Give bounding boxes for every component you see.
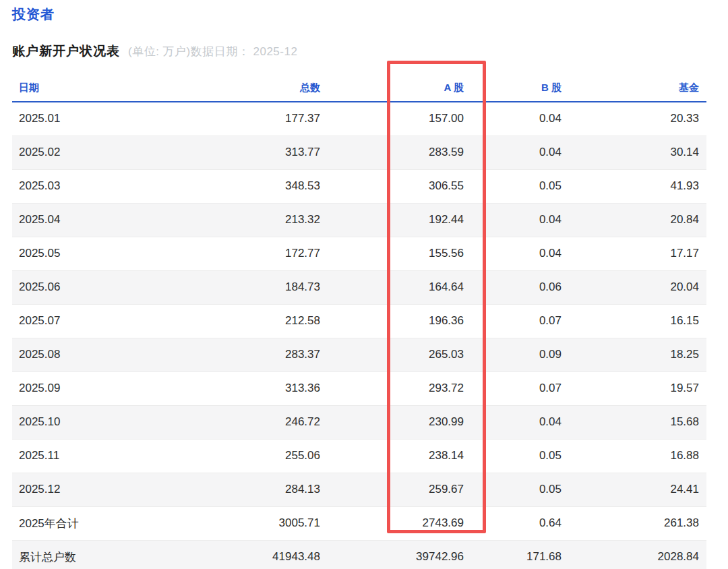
value-cell: 18.25 — [569, 338, 706, 371]
table-subtitle: (单位: 万户)数据日期： 2025-12 — [128, 44, 297, 59]
value-cell: 0.04 — [471, 102, 569, 136]
value-cell: 283.37 — [193, 338, 328, 371]
date-cell: 累计总户数 — [12, 540, 193, 569]
value-cell: 19.57 — [569, 371, 706, 405]
value-cell: 283.59 — [328, 136, 471, 169]
value-cell: 212.58 — [193, 304, 328, 338]
value-cell: 284.13 — [193, 473, 328, 506]
date-cell: 2025.05 — [12, 237, 193, 270]
table-title: 账户新开户状况表 — [12, 42, 120, 60]
value-cell: 246.72 — [193, 405, 328, 439]
value-cell: 313.77 — [193, 136, 328, 169]
date-cell: 2025.09 — [12, 371, 193, 405]
value-cell: 259.67 — [328, 473, 471, 506]
value-cell: 255.06 — [193, 439, 328, 473]
value-cell: 0.04 — [471, 203, 569, 237]
value-cell: 0.04 — [471, 136, 569, 169]
value-cell: 39742.96 — [328, 540, 471, 569]
value-cell: 213.32 — [193, 203, 328, 237]
table-row: 2025.05172.77155.560.0417.17 — [12, 237, 706, 270]
value-cell: 41.93 — [569, 169, 706, 203]
investor-page: 投资者 账户新开户状况表 (单位: 万户)数据日期： 2025-12 日期总数A… — [0, 5, 728, 569]
value-cell: 230.99 — [328, 405, 471, 439]
value-cell: 184.73 — [193, 270, 328, 304]
column-header: 日期 — [12, 75, 193, 102]
value-cell: 157.00 — [328, 102, 471, 136]
date-cell: 2025.04 — [12, 203, 193, 237]
value-cell: 238.14 — [328, 439, 471, 473]
table-body: 2025.01177.37157.000.0420.332025.02313.7… — [12, 102, 706, 569]
value-cell: 348.53 — [193, 169, 328, 203]
value-cell: 2028.84 — [569, 540, 706, 569]
table-row: 累计总户数41943.4839742.96171.682028.84 — [12, 540, 706, 569]
value-cell: 17.17 — [569, 237, 706, 270]
value-cell: 293.72 — [328, 371, 471, 405]
table-header: 日期总数A 股B 股基金 — [12, 75, 706, 102]
value-cell: 15.68 — [569, 405, 706, 439]
account-openings-table: 日期总数A 股B 股基金 2025.01177.37157.000.0420.3… — [12, 75, 706, 569]
value-cell: 0.64 — [471, 506, 569, 540]
value-cell: 3005.71 — [193, 506, 328, 540]
date-cell: 2025.10 — [12, 405, 193, 439]
value-cell: 0.05 — [471, 439, 569, 473]
value-cell: 20.04 — [569, 270, 706, 304]
table-title-row: 账户新开户状况表 (单位: 万户)数据日期： 2025-12 — [12, 42, 728, 60]
value-cell: 16.15 — [569, 304, 706, 338]
date-cell: 2025.12 — [12, 473, 193, 506]
value-cell: 164.64 — [328, 270, 471, 304]
value-cell: 24.41 — [569, 473, 706, 506]
table-row: 2025年合计3005.712743.690.64261.38 — [12, 506, 706, 540]
table-row: 2025.07212.58196.360.0716.15 — [12, 304, 706, 338]
table-row: 2025.10246.72230.990.0415.68 — [12, 405, 706, 439]
value-cell: 0.06 — [471, 270, 569, 304]
column-header: B 股 — [471, 75, 569, 102]
value-cell: 177.37 — [193, 102, 328, 136]
date-cell: 2025.02 — [12, 136, 193, 169]
value-cell: 2743.69 — [328, 506, 471, 540]
value-cell: 155.56 — [328, 237, 471, 270]
table-row: 2025.02313.77283.590.0430.14 — [12, 136, 706, 169]
value-cell: 0.09 — [471, 338, 569, 371]
date-cell: 2025.11 — [12, 439, 193, 473]
table-row: 2025.06184.73164.640.0620.04 — [12, 270, 706, 304]
date-cell: 2025年合计 — [12, 506, 193, 540]
date-cell: 2025.08 — [12, 338, 193, 371]
value-cell: 41943.48 — [193, 540, 328, 569]
value-cell: 306.55 — [328, 169, 471, 203]
value-cell: 20.84 — [569, 203, 706, 237]
table-row: 2025.01177.37157.000.0420.33 — [12, 102, 706, 136]
value-cell: 0.05 — [471, 473, 569, 506]
value-cell: 265.03 — [328, 338, 471, 371]
table-row: 2025.12284.13259.670.0524.41 — [12, 473, 706, 506]
value-cell: 0.07 — [471, 371, 569, 405]
table-header-row: 日期总数A 股B 股基金 — [12, 75, 706, 102]
value-cell: 172.77 — [193, 237, 328, 270]
column-header: 基金 — [569, 75, 706, 102]
column-header: A 股 — [328, 75, 471, 102]
table-row: 2025.04213.32192.440.0420.84 — [12, 203, 706, 237]
date-cell: 2025.03 — [12, 169, 193, 203]
value-cell: 171.68 — [471, 540, 569, 569]
value-cell: 0.04 — [471, 405, 569, 439]
value-cell: 16.88 — [569, 439, 706, 473]
value-cell: 313.36 — [193, 371, 328, 405]
table-row: 2025.08283.37265.030.0918.25 — [12, 338, 706, 371]
table-row: 2025.09313.36293.720.0719.57 — [12, 371, 706, 405]
value-cell: 30.14 — [569, 136, 706, 169]
value-cell: 0.05 — [471, 169, 569, 203]
date-cell: 2025.06 — [12, 270, 193, 304]
value-cell: 0.04 — [471, 237, 569, 270]
value-cell: 192.44 — [328, 203, 471, 237]
value-cell: 261.38 — [569, 506, 706, 540]
date-cell: 2025.07 — [12, 304, 193, 338]
value-cell: 196.36 — [328, 304, 471, 338]
table-row: 2025.03348.53306.550.0541.93 — [12, 169, 706, 203]
date-cell: 2025.01 — [12, 102, 193, 136]
section-title: 投资者 — [12, 5, 728, 24]
column-header: 总数 — [193, 75, 328, 102]
value-cell: 20.33 — [569, 102, 706, 136]
table-row: 2025.11255.06238.140.0516.88 — [12, 439, 706, 473]
value-cell: 0.07 — [471, 304, 569, 338]
